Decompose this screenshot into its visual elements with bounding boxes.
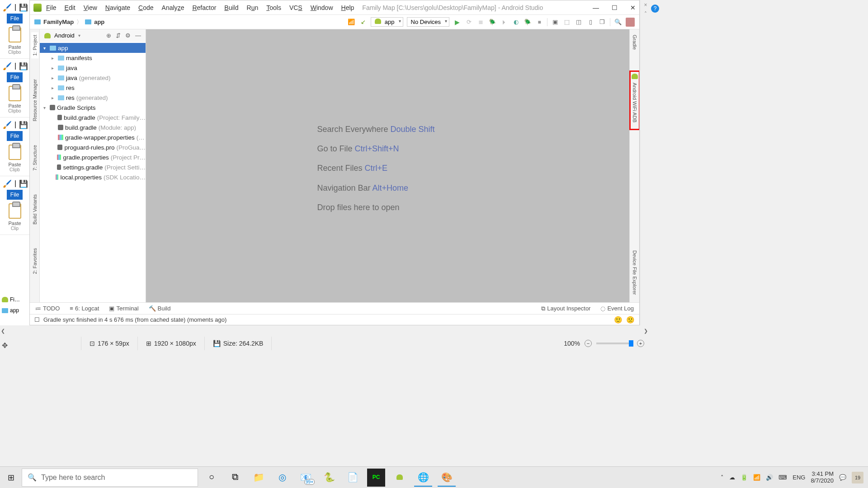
menu-refactor[interactable]: Refactor xyxy=(192,4,216,11)
tray-clock[interactable]: 3:41 PM 8/7/2020 xyxy=(811,471,834,484)
apply-changes-icon[interactable]: ⟳ xyxy=(465,18,473,26)
task-mail[interactable]: 📧99+ xyxy=(297,469,315,487)
outer-right-scrollbar[interactable]: × ˄ xyxy=(640,0,651,325)
zoom-in-button[interactable]: + xyxy=(637,340,644,347)
select-opened-file-icon[interactable]: ⊕ xyxy=(106,32,111,39)
tool-project[interactable]: 1: Project xyxy=(31,32,38,58)
scroll-left-icon[interactable]: ❮ xyxy=(1,328,5,334)
tool-resource-manager[interactable]: Resource Manager xyxy=(31,76,38,124)
menu-analyze[interactable]: Analyze xyxy=(162,4,184,11)
menu-tools[interactable]: Tools xyxy=(266,4,281,11)
task-paint[interactable]: 🎨 xyxy=(438,469,456,487)
stop-button[interactable]: ■ xyxy=(535,18,543,26)
close-button[interactable]: ✕ xyxy=(630,4,636,11)
task-python[interactable]: 🐍 xyxy=(320,469,338,487)
menu-run[interactable]: Run xyxy=(247,4,259,11)
tool-device-file-explorer[interactable]: Device File Explorer xyxy=(631,248,638,297)
run-config-select[interactable]: app xyxy=(371,17,403,27)
tray-language[interactable]: ENG xyxy=(793,474,805,481)
expand-chevron-icon[interactable]: ▸ xyxy=(52,66,56,70)
project-tree[interactable]: ▾ app▸ manifests▸ java▸ java (generated)… xyxy=(40,42,146,302)
editor-empty-area[interactable]: Search Everywhere Double Shift Go to Fil… xyxy=(146,29,629,302)
menu-file[interactable]: File xyxy=(46,4,57,11)
close-icon[interactable]: × xyxy=(644,2,647,8)
expand-chevron-icon[interactable]: ▾ xyxy=(43,46,48,51)
run-button[interactable]: ▶ xyxy=(453,18,461,26)
attach-debugger-icon[interactable]: 🪲 xyxy=(524,18,532,26)
tab-logcat[interactable]: ≡ 6: Logcat xyxy=(70,305,99,312)
tool-favorites[interactable]: 2: Favorites xyxy=(31,245,38,277)
task-cortana[interactable]: ○ xyxy=(203,469,221,487)
tool-gradle[interactable]: Gradle xyxy=(631,32,638,52)
profiler-icon[interactable]: ◐ xyxy=(512,18,520,26)
tree-item[interactable]: ▸ manifests xyxy=(40,53,146,63)
feedback-sad-icon[interactable]: 🙁 xyxy=(626,316,635,324)
task-taskview[interactable]: ⧉ xyxy=(226,469,244,487)
layout-inspector-icon[interactable]: ◫ xyxy=(575,18,583,26)
task-android-studio[interactable] xyxy=(391,469,409,487)
help-badge-icon[interactable]: ? xyxy=(651,5,659,13)
device-select[interactable]: No Devices xyxy=(407,17,449,27)
card-file-tab[interactable]: File xyxy=(7,131,23,141)
resource-manager-icon[interactable]: ❒ xyxy=(598,18,606,26)
tab-layout-inspector[interactable]: ⧉ Layout Inspector xyxy=(541,305,590,312)
menu-build[interactable]: Build xyxy=(224,4,238,11)
tray-overflow-icon[interactable]: ˄ xyxy=(721,474,724,481)
tree-item[interactable]: ▸ java (generated) xyxy=(40,73,146,83)
tray-comments-icon[interactable]: 💬 xyxy=(839,474,846,481)
tree-item[interactable]: build.gradle (Module: app) xyxy=(40,122,146,132)
tree-item[interactable]: ▾ Gradle Scripts xyxy=(40,103,146,113)
sync-icon[interactable]: ↙ xyxy=(359,18,367,26)
tree-item[interactable]: proguard-rules.pro (ProGua… xyxy=(40,142,146,152)
sdk-manager-icon[interactable]: ⬚ xyxy=(563,18,571,26)
menu-view[interactable]: View xyxy=(84,4,97,11)
tree-item[interactable]: gradle.properties (Project Pr… xyxy=(40,152,146,162)
tray-keyboard-icon[interactable]: ⌨ xyxy=(778,474,787,481)
settings-icon[interactable]: ⚙ xyxy=(125,32,131,39)
task-notepad[interactable]: 📄 xyxy=(344,469,362,487)
tree-item[interactable]: build.gradle (Project: Family… xyxy=(40,113,146,122)
tray-wifi-icon[interactable]: 📶 xyxy=(753,474,760,481)
task-pycharm[interactable]: PC xyxy=(367,469,385,487)
status-icon[interactable]: ☐ xyxy=(34,316,40,323)
tray-volume-icon[interactable]: 🔊 xyxy=(766,474,773,481)
taskbar-search[interactable]: 🔍 Type here to search xyxy=(22,469,198,487)
card-file-tab[interactable]: File xyxy=(7,72,23,82)
tray-onedrive-icon[interactable]: ☁ xyxy=(729,474,735,481)
expand-chevron-icon[interactable]: ▸ xyxy=(52,56,56,61)
task-chrome[interactable]: 🌐 xyxy=(414,469,432,487)
menu-help[interactable]: Help xyxy=(341,4,354,11)
menu-vcs[interactable]: VCS xyxy=(289,4,302,11)
tab-event-log[interactable]: ◌ Event Log xyxy=(600,305,634,312)
tab-todo[interactable]: ≔ TODO xyxy=(35,305,60,312)
tab-build[interactable]: 🔨 Build xyxy=(149,305,171,312)
device-icon[interactable]: ▯ xyxy=(586,18,594,26)
menu-edit[interactable]: Edit xyxy=(65,4,75,11)
debug-button[interactable]: 🪲 xyxy=(488,18,496,26)
menu-window[interactable]: Window xyxy=(311,4,333,11)
card-file-tab[interactable]: File xyxy=(7,14,23,23)
horizontal-scrollbar[interactable]: ❮ ❯ xyxy=(0,326,649,335)
tree-item[interactable]: ▸ res (generated) xyxy=(40,93,146,103)
user-avatar[interactable] xyxy=(626,18,635,27)
scroll-right-icon[interactable]: ❯ xyxy=(644,328,648,334)
search-everywhere-icon[interactable]: 🔍 xyxy=(614,18,622,26)
expand-chevron-icon[interactable]: ▸ xyxy=(52,85,56,90)
expand-chevron-icon[interactable]: ▸ xyxy=(52,75,56,80)
zoom-out-button[interactable]: − xyxy=(585,340,592,347)
coverage-icon[interactable]: ⏵ xyxy=(500,18,508,26)
minimize-button[interactable]: — xyxy=(593,4,599,11)
tree-item[interactable]: gradle-wrapper.properties (… xyxy=(40,132,146,142)
tree-item[interactable]: settings.gradle (Project Setti… xyxy=(40,162,146,172)
tool-build-variants[interactable]: Build Variants xyxy=(31,192,38,227)
tree-item[interactable]: ▸ java xyxy=(40,63,146,73)
task-explorer[interactable]: 📁 xyxy=(250,469,268,487)
task-edge[interactable]: ◎ xyxy=(273,469,291,487)
tree-item[interactable]: ▸ res xyxy=(40,83,146,93)
scroll-up-icon[interactable]: ˄ xyxy=(644,11,647,17)
card-file-tab[interactable]: File xyxy=(7,190,23,200)
feedback-happy-icon[interactable]: 🙂 xyxy=(614,316,623,324)
hide-panel-icon[interactable]: — xyxy=(135,32,141,39)
wifi-adb-icon[interactable]: 📶 xyxy=(347,18,355,26)
tree-item[interactable]: ▾ app xyxy=(40,43,146,53)
